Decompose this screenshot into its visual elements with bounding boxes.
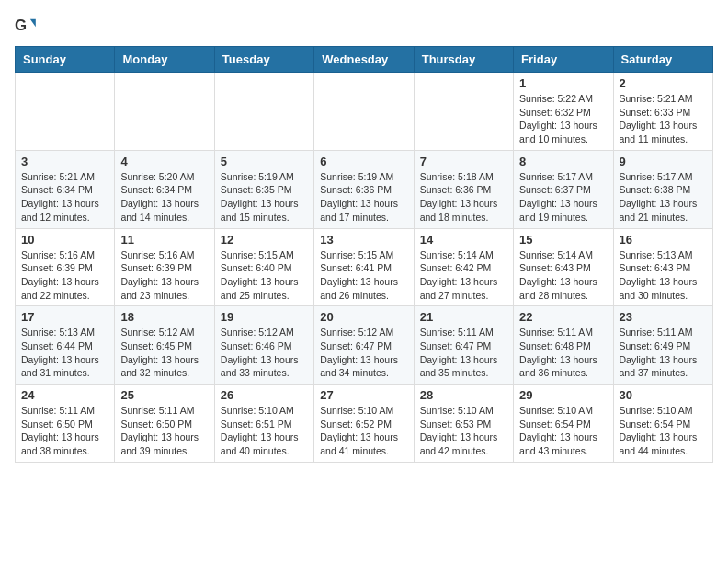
day-info: Sunrise: 5:10 AMSunset: 6:54 PMDaylight:… (519, 404, 607, 458)
calendar-cell: 8Sunrise: 5:17 AMSunset: 6:37 PMDaylight… (514, 150, 613, 228)
calendar-week-row: 24Sunrise: 5:11 AMSunset: 6:50 PMDayligh… (16, 385, 713, 463)
day-info: Sunrise: 5:21 AMSunset: 6:34 PMDaylight:… (21, 170, 108, 224)
calendar-cell: 27Sunrise: 5:10 AMSunset: 6:52 PMDayligh… (314, 385, 414, 463)
day-number: 17 (21, 310, 108, 324)
calendar-cell: 10Sunrise: 5:16 AMSunset: 6:39 PMDayligh… (16, 228, 115, 306)
day-info: Sunrise: 5:10 AMSunset: 6:53 PMDaylight:… (420, 404, 507, 458)
day-number: 14 (420, 233, 507, 247)
calendar-cell: 29Sunrise: 5:10 AMSunset: 6:54 PMDayligh… (514, 385, 613, 463)
calendar-body: 1Sunrise: 5:22 AMSunset: 6:32 PMDaylight… (16, 73, 713, 463)
day-info: Sunrise: 5:11 AMSunset: 6:48 PMDaylight:… (519, 326, 607, 380)
calendar-cell: 16Sunrise: 5:13 AMSunset: 6:43 PMDayligh… (613, 228, 712, 306)
calendar-cell: 11Sunrise: 5:16 AMSunset: 6:39 PMDayligh… (115, 228, 214, 306)
day-number: 25 (120, 388, 208, 402)
calendar-cell: 5Sunrise: 5:19 AMSunset: 6:35 PMDaylight… (214, 150, 313, 228)
calendar-week-row: 1Sunrise: 5:22 AMSunset: 6:32 PMDaylight… (16, 73, 713, 151)
day-info: Sunrise: 5:10 AMSunset: 6:51 PMDaylight:… (221, 404, 308, 458)
day-number: 6 (320, 155, 407, 168)
calendar-cell: 21Sunrise: 5:11 AMSunset: 6:47 PMDayligh… (414, 306, 513, 385)
logo: G (15, 15, 40, 37)
day-info: Sunrise: 5:19 AMSunset: 6:35 PMDaylight:… (221, 170, 308, 224)
weekday-header-cell: Friday (514, 47, 613, 73)
day-number: 30 (620, 388, 707, 402)
day-number: 1 (519, 76, 607, 90)
day-info: Sunrise: 5:14 AMSunset: 6:42 PMDaylight:… (420, 248, 507, 303)
day-number: 15 (519, 233, 607, 247)
calendar-cell: 25Sunrise: 5:11 AMSunset: 6:50 PMDayligh… (115, 385, 214, 463)
weekday-header-cell: Monday (115, 47, 214, 73)
day-number: 4 (120, 155, 208, 168)
day-number: 9 (620, 155, 707, 168)
calendar-cell: 14Sunrise: 5:14 AMSunset: 6:42 PMDayligh… (414, 228, 513, 306)
day-info: Sunrise: 5:15 AMSunset: 6:40 PMDaylight:… (221, 248, 308, 303)
day-info: Sunrise: 5:19 AMSunset: 6:36 PMDaylight:… (320, 170, 407, 224)
day-info: Sunrise: 5:20 AMSunset: 6:34 PMDaylight:… (120, 170, 208, 224)
calendar-cell: 30Sunrise: 5:10 AMSunset: 6:54 PMDayligh… (613, 385, 712, 463)
day-number: 28 (420, 388, 507, 402)
day-number: 16 (620, 233, 707, 247)
calendar-cell: 6Sunrise: 5:19 AMSunset: 6:36 PMDaylight… (314, 150, 414, 228)
day-info: Sunrise: 5:21 AMSunset: 6:33 PMDaylight:… (620, 92, 707, 146)
day-info: Sunrise: 5:11 AMSunset: 6:49 PMDaylight:… (620, 326, 707, 380)
day-number: 7 (420, 155, 507, 168)
weekday-header-row: SundayMondayTuesdayWednesdayThursdayFrid… (16, 47, 713, 73)
calendar-cell: 23Sunrise: 5:11 AMSunset: 6:49 PMDayligh… (613, 306, 712, 385)
day-info: Sunrise: 5:11 AMSunset: 6:47 PMDaylight:… (420, 326, 507, 380)
day-info: Sunrise: 5:17 AMSunset: 6:38 PMDaylight:… (620, 170, 707, 224)
calendar-cell: 3Sunrise: 5:21 AMSunset: 6:34 PMDaylight… (16, 150, 115, 228)
day-info: Sunrise: 5:17 AMSunset: 6:37 PMDaylight:… (519, 170, 607, 224)
calendar-table: SundayMondayTuesdayWednesdayThursdayFrid… (15, 46, 713, 463)
weekday-header-cell: Tuesday (214, 47, 313, 73)
svg-text:G: G (15, 17, 27, 34)
calendar-cell: 4Sunrise: 5:20 AMSunset: 6:34 PMDaylight… (115, 150, 214, 228)
day-info: Sunrise: 5:18 AMSunset: 6:36 PMDaylight:… (420, 170, 507, 224)
calendar-cell (314, 73, 414, 151)
day-info: Sunrise: 5:16 AMSunset: 6:39 PMDaylight:… (21, 248, 108, 303)
calendar-cell: 22Sunrise: 5:11 AMSunset: 6:48 PMDayligh… (514, 306, 613, 385)
day-number: 2 (620, 76, 707, 90)
calendar-cell: 15Sunrise: 5:14 AMSunset: 6:43 PMDayligh… (514, 228, 613, 306)
day-number: 5 (221, 155, 308, 168)
day-info: Sunrise: 5:15 AMSunset: 6:41 PMDaylight:… (320, 248, 407, 303)
weekday-header-cell: Sunday (16, 47, 115, 73)
day-number: 26 (221, 388, 308, 402)
calendar-week-row: 10Sunrise: 5:16 AMSunset: 6:39 PMDayligh… (16, 228, 713, 306)
day-number: 19 (221, 310, 308, 324)
day-info: Sunrise: 5:22 AMSunset: 6:32 PMDaylight:… (519, 92, 607, 146)
day-number: 24 (21, 388, 108, 402)
calendar-cell: 20Sunrise: 5:12 AMSunset: 6:47 PMDayligh… (314, 306, 414, 385)
calendar-cell: 19Sunrise: 5:12 AMSunset: 6:46 PMDayligh… (214, 306, 313, 385)
day-number: 22 (519, 310, 607, 324)
day-number: 18 (120, 310, 208, 324)
day-number: 21 (420, 310, 507, 324)
calendar-cell: 18Sunrise: 5:12 AMSunset: 6:45 PMDayligh… (115, 306, 214, 385)
day-info: Sunrise: 5:10 AMSunset: 6:54 PMDaylight:… (620, 404, 707, 458)
weekday-header-cell: Wednesday (314, 47, 414, 73)
day-number: 20 (320, 310, 407, 324)
day-info: Sunrise: 5:13 AMSunset: 6:43 PMDaylight:… (620, 248, 707, 303)
calendar-cell (414, 73, 513, 151)
page-header: G (15, 15, 713, 37)
day-info: Sunrise: 5:13 AMSunset: 6:44 PMDaylight:… (21, 326, 108, 380)
day-number: 3 (21, 155, 108, 168)
calendar-cell: 13Sunrise: 5:15 AMSunset: 6:41 PMDayligh… (314, 228, 414, 306)
svg-marker-1 (30, 19, 36, 27)
day-number: 12 (221, 233, 308, 247)
calendar-week-row: 3Sunrise: 5:21 AMSunset: 6:34 PMDaylight… (16, 150, 713, 228)
calendar-cell: 17Sunrise: 5:13 AMSunset: 6:44 PMDayligh… (16, 306, 115, 385)
day-info: Sunrise: 5:14 AMSunset: 6:43 PMDaylight:… (519, 248, 607, 303)
calendar-cell (115, 73, 214, 151)
calendar-week-row: 17Sunrise: 5:13 AMSunset: 6:44 PMDayligh… (16, 306, 713, 385)
day-number: 27 (320, 388, 407, 402)
weekday-header-cell: Thursday (414, 47, 513, 73)
calendar-cell: 9Sunrise: 5:17 AMSunset: 6:38 PMDaylight… (613, 150, 712, 228)
day-number: 11 (120, 233, 208, 247)
day-info: Sunrise: 5:11 AMSunset: 6:50 PMDaylight:… (21, 404, 108, 458)
day-info: Sunrise: 5:12 AMSunset: 6:46 PMDaylight:… (221, 326, 308, 380)
calendar-cell: 2Sunrise: 5:21 AMSunset: 6:33 PMDaylight… (613, 73, 712, 151)
calendar-cell: 1Sunrise: 5:22 AMSunset: 6:32 PMDaylight… (514, 73, 613, 151)
calendar-cell (214, 73, 313, 151)
day-number: 10 (21, 233, 108, 247)
calendar-cell: 28Sunrise: 5:10 AMSunset: 6:53 PMDayligh… (414, 385, 513, 463)
calendar-cell: 26Sunrise: 5:10 AMSunset: 6:51 PMDayligh… (214, 385, 313, 463)
